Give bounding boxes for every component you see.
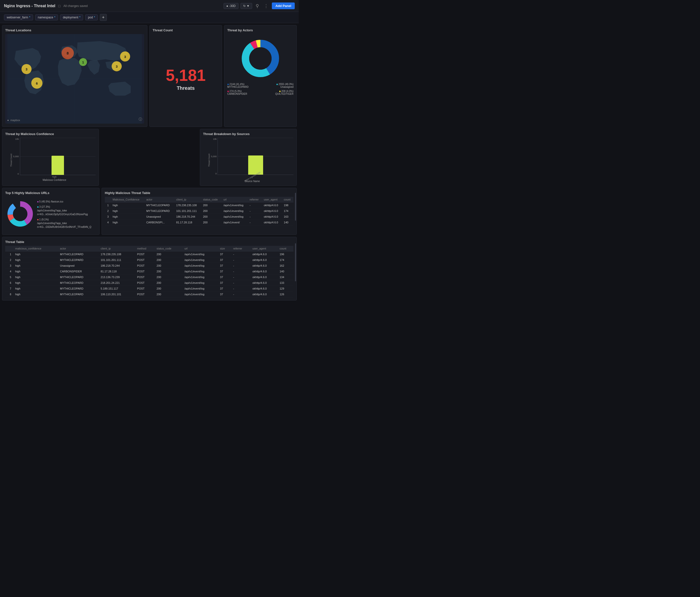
empty-spacer-panel [101, 129, 198, 186]
cell-client-ip: 186.218.70.244 [174, 214, 201, 219]
col-num [105, 197, 111, 203]
cell-user-agent: okhttp/4.6.0 [250, 257, 278, 263]
cell-referrer: - [231, 291, 250, 297]
threat-count-label: Threats [177, 85, 195, 91]
more-options-icon[interactable]: ⋮ [262, 2, 270, 10]
col-status-code[interactable]: status_code [201, 197, 222, 203]
cell-client-ip: 213.136.73.239 [99, 275, 135, 280]
threat-table-row: 7 high MYTHICLEOPARD 5.189.151.117 POST … [5, 286, 294, 291]
cell-count: 162 [278, 263, 294, 269]
col-url[interactable]: url [222, 197, 248, 203]
svg-point-19 [249, 47, 272, 70]
cell-actor: Unassigned [58, 263, 99, 269]
share-icon[interactable]: □ [58, 4, 60, 8]
col-count[interactable]: count [282, 197, 294, 203]
ymax-label: 10k [13, 138, 19, 140]
row4: Threat Table malicious_confidence actor … [2, 237, 297, 301]
top-urls-title: Top 5 Highly Malicious URLs [5, 191, 96, 195]
cell-confidence: high [111, 208, 144, 214]
time-range-picker[interactable]: ● -30D [224, 3, 238, 9]
malicious-conf-xlabel: Malicious Confidence [13, 179, 96, 181]
cell-actor: MYTHICLEOPARD [58, 257, 99, 263]
cell-confidence: high [111, 203, 144, 208]
cell-url: /api/v1/event/log [222, 203, 248, 208]
col-size[interactable]: size [218, 246, 231, 252]
cell-user-agent: okhttp/4.6.0 [250, 252, 278, 257]
cell-count: 134 [278, 275, 294, 280]
cell-referrer: - [231, 275, 250, 280]
cell-url: /api/v1/event/log [222, 214, 248, 219]
cell-status-code: 200 [155, 291, 182, 297]
top-urls-panel: Top 5 Highly Malicious URLs [2, 188, 100, 235]
cell-client-ip: 178.238.235.108 [99, 252, 135, 257]
header: Nginx Ingress - Threat Intel □ All chang… [0, 0, 299, 12]
col-referrer[interactable]: referrer [231, 246, 250, 252]
filter-deployment[interactable]: deployment * [60, 15, 83, 20]
world-map: 8 3 1 3 6 3 [5, 34, 144, 124]
col-num [5, 246, 13, 252]
cell-confidence: high [13, 263, 58, 269]
map-info-icon[interactable]: ⓘ [139, 117, 142, 122]
cell-actor: MYTHICLEOPARD [144, 208, 174, 214]
malicious-table-scroll[interactable]: Malicious_Confidence actor client_ip sta… [105, 197, 294, 225]
cell-url: /api/v1/event/log [182, 263, 218, 269]
svg-text:1: 1 [82, 61, 84, 64]
cell-client-ip: 5.189.151.117 [99, 286, 135, 291]
refresh-button[interactable]: ↻ ▼ [241, 3, 252, 9]
col-client-ip[interactable]: client_ip [99, 246, 135, 252]
col-actor[interactable]: actor [58, 246, 99, 252]
filter-webserver-farm[interactable]: webserver_farm * [4, 15, 33, 20]
cell-referrer: - [248, 203, 262, 208]
threat-table-scrollbar[interactable] [295, 243, 296, 281]
cell-user-agent: okhttp/4.6.0 [250, 291, 278, 297]
cell-actor: MYTHICLEOPARD [58, 275, 99, 280]
map-container: 8 3 1 3 6 3 [5, 34, 144, 124]
col-referrer[interactable]: referrer [248, 197, 262, 203]
malicious-table-scrollbar[interactable] [295, 193, 296, 220]
cell-method: POST [135, 291, 155, 297]
svg-point-24 [13, 207, 27, 221]
cell-size: 37 [218, 291, 231, 297]
filter-pod[interactable]: pod * [85, 15, 98, 20]
col-client-ip[interactable]: client_ip [174, 197, 201, 203]
cell-referrer: - [231, 286, 250, 291]
col-malicious-confidence[interactable]: Malicious_Confidence [111, 197, 144, 203]
cell-confidence: high [111, 214, 144, 219]
threat-locations-title: Threat Locations [5, 28, 144, 32]
top-url-item-1: ■ 5 (45.5%) /favicon.ico [37, 200, 91, 204]
col-url[interactable]: url [182, 246, 218, 252]
col-actor[interactable]: actor [144, 197, 174, 203]
threat-table-row: 4 high CARBONSPIDER 81.17.28.118 POST 20… [5, 269, 294, 275]
cell-referrer: - [248, 219, 262, 225]
col-status-code[interactable]: status_code [155, 246, 182, 252]
cell-url: /api/v1/event/log [182, 275, 218, 280]
cell-count: 196 [278, 252, 294, 257]
cell-confidence: high [13, 269, 58, 275]
mapbox-label: mapbox [10, 119, 20, 122]
cell-confidence: high [13, 257, 58, 263]
filter-asterisk: * [29, 16, 30, 19]
threat-table-scroll[interactable]: malicious_confidence actor client_ip met… [5, 246, 294, 297]
row1: Threat Locations [2, 25, 297, 127]
breakdown-ymin: 0 [211, 173, 217, 175]
cell-actor: CARBONSPIDER [58, 269, 99, 275]
col-malicious-confidence[interactable]: malicious_confidence [13, 246, 58, 252]
malicious-confidence-panel: Threat by Malicious Confidence Threat Co… [2, 129, 99, 186]
cell-confidence: high [13, 286, 58, 291]
cell-status-code: 200 [201, 208, 222, 214]
filter-namespace[interactable]: namespace * [35, 15, 58, 20]
cell-user-agent: okhttp/4.6.0 [250, 280, 278, 286]
cell-status-code: 200 [201, 219, 222, 225]
col-user-agent[interactable]: user_agent [250, 246, 278, 252]
cell-count: 198 [282, 203, 294, 208]
col-method[interactable]: method [135, 246, 155, 252]
add-filter-button[interactable]: + [100, 14, 107, 21]
filter-icon[interactable]: ⚲ [254, 2, 260, 10]
breakdown-ylabel: Threat Count [208, 154, 210, 167]
threat-table-row: 8 high MYTHICLEOPARD 106.110.201.101 POS… [5, 291, 294, 297]
actors-legend-mythicleopard: ■ 2144 (41.4%) MYTHICLEOPARD [227, 83, 248, 88]
add-panel-button[interactable]: Add Panel [272, 2, 295, 9]
col-count[interactable]: count [278, 246, 294, 252]
cell-method: POST [135, 257, 155, 263]
col-user-agent[interactable]: user_agent [262, 197, 282, 203]
